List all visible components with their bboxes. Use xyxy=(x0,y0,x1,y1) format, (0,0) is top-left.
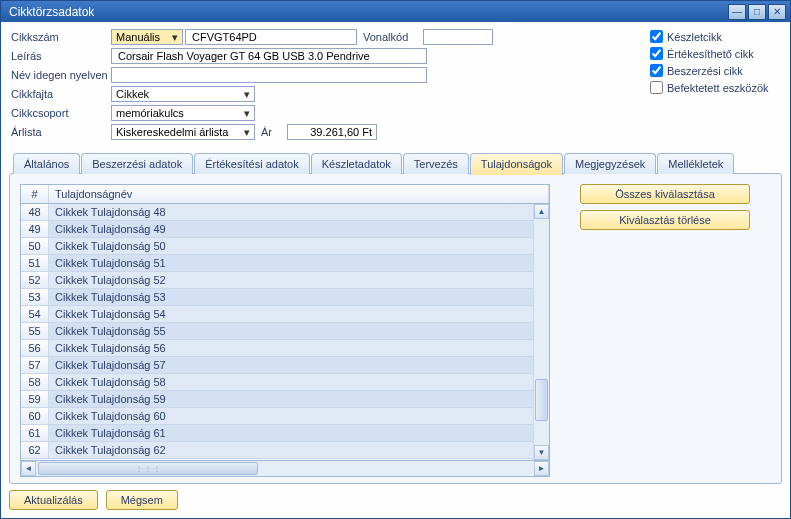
row-number: 50 xyxy=(21,238,49,254)
sales-item-checkbox[interactable] xyxy=(650,47,663,60)
row-property-name: Cikkek Tulajdonság 57 xyxy=(49,359,533,371)
table-row[interactable]: 55Cikkek Tulajdonság 55 xyxy=(21,323,533,340)
footer: Aktualizálás Mégsem xyxy=(1,484,790,518)
row-number: 52 xyxy=(21,272,49,288)
price-label: Ár xyxy=(261,126,287,138)
tab-tervez-s[interactable]: Tervezés xyxy=(403,153,469,174)
tab-body-tulajdonsagok: # Tulajdonságnév 48Cikkek Tulajdonság 48… xyxy=(9,173,782,484)
tab--rt-kes-t-si-adatok[interactable]: Értékesítési adatok xyxy=(194,153,310,174)
item-group-value: memóriakulcs xyxy=(116,107,184,119)
scroll-down-button[interactable]: ▼ xyxy=(534,445,549,460)
row-number: 49 xyxy=(21,221,49,237)
tab-mell-kletek[interactable]: Mellékletek xyxy=(657,153,734,174)
row-property-name: Cikkek Tulajdonság 52 xyxy=(49,274,533,286)
select-all-button[interactable]: Összes kiválasztása xyxy=(580,184,750,204)
item-code-field[interactable] xyxy=(190,30,352,44)
maximize-button[interactable]: □ xyxy=(748,4,766,20)
tab-megjegyz-sek[interactable]: Megjegyzések xyxy=(564,153,656,174)
pricelist-value: Kiskereskedelmi árlista xyxy=(116,126,228,138)
table-row[interactable]: 48Cikkek Tulajdonság 48 xyxy=(21,204,533,221)
purchase-item-checkbox[interactable] xyxy=(650,64,663,77)
vertical-scrollbar[interactable]: ▲ ▼ xyxy=(533,204,549,460)
table-row[interactable]: 58Cikkek Tulajdonság 58 xyxy=(21,374,533,391)
table-row[interactable]: 50Cikkek Tulajdonság 50 xyxy=(21,238,533,255)
col-header-number[interactable]: # xyxy=(21,185,49,203)
foreign-name-field[interactable] xyxy=(116,68,422,82)
row-property-name: Cikkek Tulajdonság 50 xyxy=(49,240,533,252)
description-field[interactable] xyxy=(116,49,422,63)
minimize-button[interactable]: — xyxy=(728,4,746,20)
col-header-name[interactable]: Tulajdonságnév xyxy=(49,185,549,203)
row-property-name: Cikkek Tulajdonság 56 xyxy=(49,342,533,354)
price-display: 39.261,60 Ft xyxy=(287,124,377,140)
grid-rows-viewport[interactable]: 48Cikkek Tulajdonság 4849Cikkek Tulajdon… xyxy=(21,204,533,460)
row-number: 55 xyxy=(21,323,49,339)
row-number: 58 xyxy=(21,374,49,390)
foreign-name-input[interactable] xyxy=(111,67,427,83)
tab-strip: ÁltalánosBeszerzési adatokÉrtékesítési a… xyxy=(9,152,782,174)
titlebar: Cikktörzsadatok — □ ✕ xyxy=(1,1,790,22)
window-title: Cikktörzsadatok xyxy=(9,5,726,19)
item-code-label: Cikkszám xyxy=(11,31,111,43)
tab-area: ÁltalánosBeszerzési adatokÉrtékesítési a… xyxy=(9,152,782,484)
fixed-asset-check[interactable]: Befektetett eszközök xyxy=(650,79,780,96)
row-property-name: Cikkek Tulajdonság 49 xyxy=(49,223,533,235)
table-row[interactable]: 59Cikkek Tulajdonság 59 xyxy=(21,391,533,408)
horizontal-scrollbar[interactable]: ◄ ⋮⋮⋮ ► xyxy=(20,461,550,477)
row-property-name: Cikkek Tulajdonság 60 xyxy=(49,410,533,422)
update-button[interactable]: Aktualizálás xyxy=(9,490,98,510)
item-type-label: Cikkfajta xyxy=(11,88,111,100)
barcode-field[interactable] xyxy=(428,30,488,44)
table-row[interactable]: 54Cikkek Tulajdonság 54 xyxy=(21,306,533,323)
row-property-name: Cikkek Tulajdonság 61 xyxy=(49,427,533,439)
scroll-track[interactable] xyxy=(534,219,549,445)
close-button[interactable]: ✕ xyxy=(768,4,786,20)
header-form: Cikkszám Manuális ▾ Vonalkód Leírás xyxy=(1,22,790,144)
fixed-asset-checkbox[interactable] xyxy=(650,81,663,94)
barcode-input[interactable] xyxy=(423,29,493,45)
hscroll-track[interactable]: ⋮⋮⋮ xyxy=(36,461,534,476)
item-type-value: Cikkek xyxy=(116,88,149,100)
chevron-down-icon: ▾ xyxy=(241,126,252,139)
row-number: 48 xyxy=(21,204,49,220)
scroll-left-button[interactable]: ◄ xyxy=(21,461,36,476)
scroll-right-button[interactable]: ► xyxy=(534,461,549,476)
tab--ltal-nos[interactable]: Általános xyxy=(13,153,80,174)
stock-item-checkbox[interactable] xyxy=(650,30,663,43)
row-number: 61 xyxy=(21,425,49,441)
description-input[interactable] xyxy=(111,48,427,64)
table-row[interactable]: 51Cikkek Tulajdonság 51 xyxy=(21,255,533,272)
tab-beszerz-si-adatok[interactable]: Beszerzési adatok xyxy=(81,153,193,174)
table-row[interactable]: 62Cikkek Tulajdonság 62 xyxy=(21,442,533,459)
cancel-button[interactable]: Mégsem xyxy=(106,490,178,510)
clear-selection-button[interactable]: Kiválasztás törlése xyxy=(580,210,750,230)
table-row[interactable]: 52Cikkek Tulajdonság 52 xyxy=(21,272,533,289)
item-type-combo[interactable]: Cikkek ▾ xyxy=(111,86,255,102)
item-code-input[interactable] xyxy=(185,29,357,45)
tab-tulajdons-gok[interactable]: Tulajdonságok xyxy=(470,153,563,175)
properties-grid: # Tulajdonságnév 48Cikkek Tulajdonság 48… xyxy=(20,184,550,477)
barcode-label: Vonalkód xyxy=(363,31,423,43)
scroll-thumb[interactable] xyxy=(535,379,548,421)
tab-k-szletadatok[interactable]: Készletadatok xyxy=(311,153,402,174)
table-row[interactable]: 61Cikkek Tulajdonság 61 xyxy=(21,425,533,442)
scroll-up-button[interactable]: ▲ xyxy=(534,204,549,219)
item-group-combo[interactable]: memóriakulcs ▾ xyxy=(111,105,255,121)
stock-item-check[interactable]: Készletcikk xyxy=(650,28,780,45)
item-code-mode-value: Manuális xyxy=(116,31,160,43)
pricelist-combo[interactable]: Kiskereskedelmi árlista ▾ xyxy=(111,124,255,140)
row-number: 62 xyxy=(21,442,49,458)
row-property-name: Cikkek Tulajdonság 53 xyxy=(49,291,533,303)
table-row[interactable]: 53Cikkek Tulajdonság 53 xyxy=(21,289,533,306)
item-code-mode-combo[interactable]: Manuális ▾ xyxy=(111,29,183,45)
purchase-item-check[interactable]: Beszerzési cikk xyxy=(650,62,780,79)
table-row[interactable]: 60Cikkek Tulajdonság 60 xyxy=(21,408,533,425)
table-row[interactable]: 56Cikkek Tulajdonság 56 xyxy=(21,340,533,357)
description-label: Leírás xyxy=(11,50,111,62)
sales-item-check[interactable]: Értékesíthető cikk xyxy=(650,45,780,62)
row-property-name: Cikkek Tulajdonság 51 xyxy=(49,257,533,269)
table-row[interactable]: 49Cikkek Tulajdonság 49 xyxy=(21,221,533,238)
row-property-name: Cikkek Tulajdonság 48 xyxy=(49,206,533,218)
hscroll-thumb[interactable]: ⋮⋮⋮ xyxy=(38,462,258,475)
table-row[interactable]: 57Cikkek Tulajdonság 57 xyxy=(21,357,533,374)
